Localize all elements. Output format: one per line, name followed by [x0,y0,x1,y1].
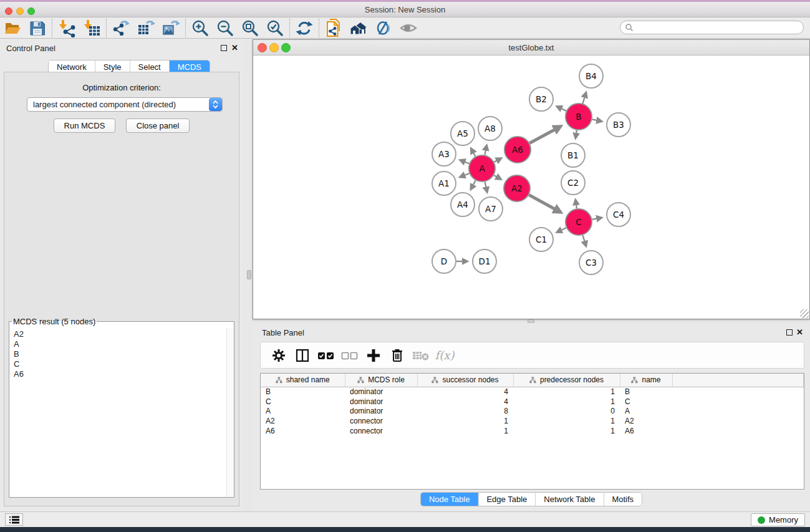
table-cell[interactable]: C [261,397,345,407]
table-row[interactable]: Cdominator41C [261,397,804,407]
unselect-all-columns-icon[interactable] [338,345,362,366]
graph-edge-A-A8[interactable] [485,145,486,155]
graph-edge-C-C3[interactable] [582,235,586,246]
task-history-button[interactable] [5,513,23,526]
select-all-columns-icon[interactable] [314,345,338,366]
graph-edge-A-A4[interactable] [471,180,475,189]
table-cell[interactable]: A6 [620,426,672,436]
result-list-item[interactable]: A2 [14,329,226,339]
zoom-out-icon[interactable] [213,18,238,38]
result-list-item[interactable]: B [14,349,226,359]
graph-node-A7[interactable]: A7 [479,197,503,221]
table-cell[interactable]: 4 [417,387,513,397]
table-cell[interactable]: dominator [345,407,417,417]
graph-node-B[interactable]: B [566,104,592,130]
run-mcds-button[interactable]: Run MCDS [54,118,116,133]
search-field[interactable] [620,21,804,34]
table-row[interactable]: A2connector11A2 [261,416,804,426]
graph-node-A4[interactable]: A4 [451,193,475,216]
graph-node-C[interactable]: C [566,209,592,235]
table-cell[interactable]: 1 [513,387,620,397]
column-header[interactable]: shared name [261,374,345,387]
table-cell[interactable]: 1 [513,426,620,436]
graph-edge-A-A5[interactable] [471,148,476,156]
open-session-icon[interactable] [0,18,25,38]
table-cell[interactable]: connector [345,416,417,426]
table-cell[interactable]: C [620,397,672,407]
graph-edge-B-B4[interactable] [582,93,586,104]
table-row[interactable]: Bdominator41B [261,387,804,397]
float-panel-icon[interactable] [221,45,227,51]
network-from-file-icon[interactable] [321,18,346,38]
export-network-icon[interactable] [108,18,133,38]
tab-edge-table[interactable]: Edge Table [478,493,535,506]
close-panel-button[interactable]: Close panel [126,118,190,133]
graph-node-C3[interactable]: C3 [579,251,603,274]
graph-edge-B-B1[interactable] [576,130,577,138]
table-close-icon[interactable]: ✕ [796,327,803,337]
graph-node-C4[interactable]: C4 [607,203,630,226]
close-panel-icon[interactable]: ✕ [231,43,238,52]
tab-node-table[interactable]: Node Table [421,493,478,506]
graph-node-A5[interactable]: A5 [451,122,475,145]
graph-edge-A-A1[interactable] [460,173,469,177]
table-float-icon[interactable] [786,329,793,336]
result-list-item[interactable]: A [14,339,226,349]
import-network-icon[interactable] [54,18,79,38]
table-cell[interactable]: 1 [513,416,620,426]
table-cell[interactable]: 1 [513,397,620,407]
graph-node-A2[interactable]: A2 [504,175,530,201]
table-cell[interactable]: B [620,387,672,397]
zoom-selected-icon[interactable] [263,18,287,38]
save-session-icon[interactable] [25,18,50,38]
tab-network-table[interactable]: Network Table [535,493,603,506]
column-header[interactable]: name [620,374,672,387]
graph-node-A8[interactable]: A8 [478,117,502,140]
column-header[interactable]: successor nodes [417,374,513,387]
table-cell[interactable]: A2 [620,416,672,426]
add-column-icon[interactable] [362,345,385,366]
table-cell[interactable]: 1 [417,416,513,426]
home-icon[interactable] [346,18,371,38]
zoom-in-icon[interactable] [188,18,213,38]
graph-edge-A2-C[interactable] [529,195,561,213]
column-header[interactable]: MCDS role [345,374,417,387]
table-cell[interactable]: 4 [417,397,513,407]
export-image-icon[interactable] [158,18,183,38]
table-cell[interactable]: A6 [261,426,345,436]
tab-motifs[interactable]: Motifs [603,493,642,506]
graph-edge-C-C4[interactable] [592,218,602,220]
graph-edge-A-A7[interactable] [485,182,487,192]
graph-node-A3[interactable]: A3 [432,142,456,166]
mcds-result-list[interactable]: A2ABCA6 [9,328,226,497]
graphics-details-icon[interactable] [371,18,396,38]
graph-edge-B-B2[interactable] [557,107,566,111]
table-cell[interactable]: 8 [417,407,513,417]
graph-edge-A-A2[interactable] [494,175,501,179]
table-cell[interactable]: A [620,407,672,417]
window-resize-grip[interactable] [800,309,809,318]
delete-column-icon[interactable] [385,345,409,366]
result-list-item[interactable]: C [14,359,226,369]
split-view-icon[interactable] [291,345,314,366]
graph-edge-C-C2[interactable] [576,200,577,209]
table-row[interactable]: Adominator80A [261,407,804,417]
graph-node-B4[interactable]: B4 [579,64,603,88]
graph-node-B2[interactable]: B2 [529,87,553,111]
table-cell[interactable]: 1 [417,426,513,436]
table-cell[interactable]: A2 [261,416,345,426]
network-window-titlebar[interactable]: testGlobe.txt [253,40,809,56]
vertical-split-handle[interactable] [247,270,251,279]
table-cell[interactable]: dominator [345,387,417,397]
network-canvas[interactable]: B4B2BB3A5A8A6B1A3AA1C2A4A7A2CC4C1C3DD1 [254,56,809,319]
import-table-icon[interactable] [79,18,104,38]
graph-node-B1[interactable]: B1 [561,143,585,167]
graph-node-D[interactable]: D [432,249,456,273]
function-builder-icon[interactable]: f(x) [433,345,456,366]
table-cell[interactable]: connector [345,426,417,436]
zoom-fit-icon[interactable] [238,18,263,38]
hide-graphics-eye-icon[interactable] [396,18,421,38]
table-row[interactable]: A6connector11A6 [261,426,804,436]
graph-node-C2[interactable]: C2 [561,171,585,195]
table-cell[interactable]: dominator [345,397,417,407]
